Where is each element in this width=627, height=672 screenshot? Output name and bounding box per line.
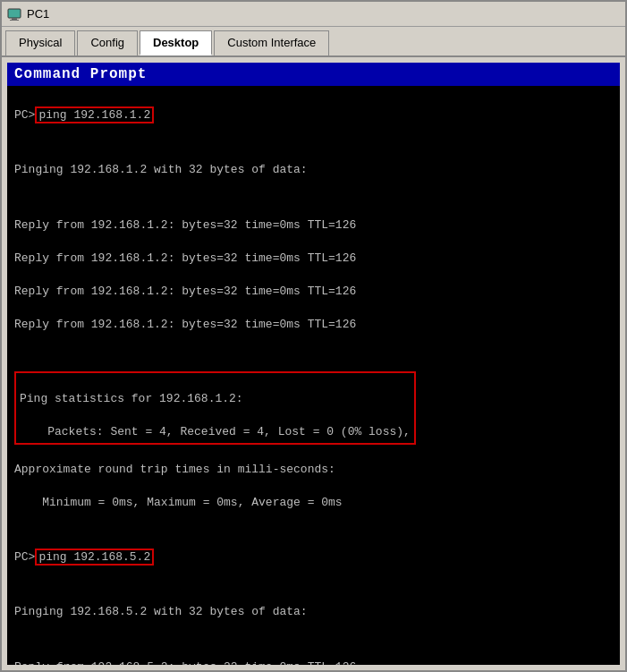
svg-rect-2	[10, 20, 19, 21]
content-area: Command Prompt PC>ping 192.168.1.2 Pingi…	[2, 57, 625, 670]
svg-rect-0	[8, 9, 21, 18]
cmd-reply-2-1: Reply from 192.168.5.2: bytes=32 time=0m…	[14, 659, 613, 665]
tab-custom-interface[interactable]: Custom Interface	[214, 30, 329, 55]
cmd-minmax1: Minimum = 0ms, Maximum = 0ms, Average = …	[14, 495, 613, 512]
command-prompt-window: Command Prompt PC>ping 192.168.1.2 Pingi…	[7, 63, 620, 665]
cmd-line-pinging1: Pinging 192.168.1.2 with 32 bytes of dat…	[14, 162, 613, 179]
title-bar: PC1	[2, 2, 625, 27]
tab-desktop[interactable]: Desktop	[140, 30, 212, 55]
cmd-stats1-1: Ping statistics for 192.168.1.2:	[20, 391, 411, 408]
svg-rect-1	[12, 18, 17, 20]
cmd-body[interactable]: PC>ping 192.168.1.2 Pinging 192.168.1.2 …	[7, 86, 620, 665]
cmd-approx1: Approximate round trip times in milli-se…	[14, 445, 613, 479]
cmd-line-1: PC>ping 192.168.1.2	[14, 107, 613, 124]
cmd-line-2: PC>ping 192.168.5.2	[14, 549, 613, 566]
main-window: PC1 Physical Config Desktop Custom Inter…	[0, 0, 627, 672]
tab-physical[interactable]: Physical	[5, 30, 75, 55]
cmd-reply-1-3: Reply from 192.168.1.2: bytes=32 time=0m…	[14, 284, 613, 301]
cmd-pinging2: Pinging 192.168.5.2 with 32 bytes of dat…	[14, 604, 613, 621]
window-title: PC1	[27, 7, 49, 21]
cmd-reply-1-4: Reply from 192.168.1.2: bytes=32 time=0m…	[14, 317, 613, 334]
stats1-block: Ping statistics for 192.168.1.2: Packets…	[14, 371, 416, 445]
cmd-title-bar: Command Prompt	[7, 63, 620, 86]
pc-icon	[7, 7, 21, 21]
tab-config[interactable]: Config	[77, 30, 138, 55]
tab-bar: Physical Config Desktop Custom Interface	[2, 27, 625, 57]
cmd-reply-1-2: Reply from 192.168.1.2: bytes=32 time=0m…	[14, 251, 613, 268]
cmd-stats1-2: Packets: Sent = 4, Received = 4, Lost = …	[20, 424, 411, 441]
cmd-reply-1-1: Reply from 192.168.1.2: bytes=32 time=0m…	[14, 217, 613, 234]
